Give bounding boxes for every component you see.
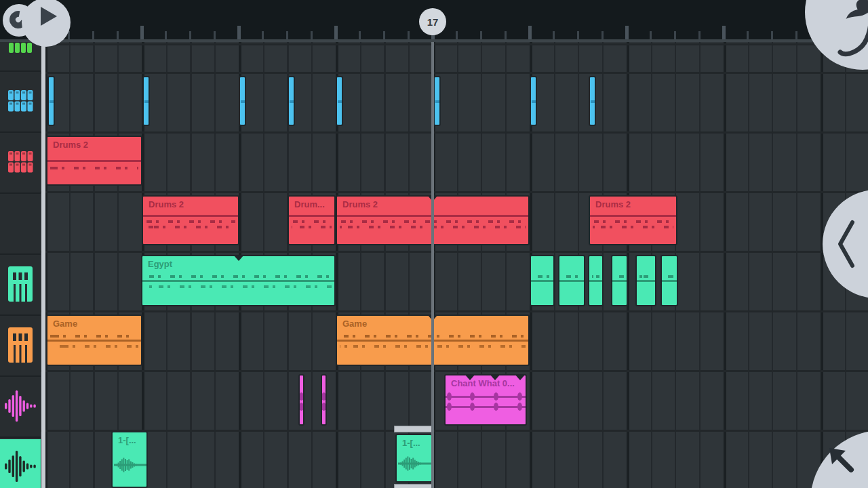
ruler-minor-tick	[650, 31, 652, 39]
ruler-minor-tick	[117, 31, 119, 39]
ruler-major-tick	[528, 26, 532, 39]
sidebar-track-2-button[interactable]	[0, 73, 41, 133]
clip-teal-s3[interactable]	[588, 255, 604, 306]
clip-note-preview	[592, 275, 599, 278]
sidebar-track-8-button[interactable]	[0, 439, 41, 488]
clip-teal-s6[interactable]	[660, 255, 678, 306]
clip-label: Drums 2	[595, 199, 631, 209]
ruler-minor-tick	[480, 31, 482, 39]
ruler-minor-tick	[214, 31, 216, 39]
clip-notch-marker	[515, 374, 526, 380]
clip-note-preview	[146, 220, 235, 223]
sidebar-track-4-button[interactable]	[0, 195, 41, 255]
clip-vocal-t2[interactable]	[321, 374, 327, 426]
jump-to-start-button[interactable]	[810, 430, 868, 488]
clip-audio-2[interactable]: 1-[...	[395, 434, 433, 483]
clip-note-preview	[145, 285, 332, 288]
ruler-minor-tick	[262, 31, 264, 39]
clip-vocal-t1[interactable]	[298, 374, 304, 426]
fl-fruit-logo-icon	[805, 0, 868, 70]
clip-label: Drums 2	[149, 199, 184, 209]
clip-chant[interactable]: Chant What 0...	[444, 374, 527, 426]
ruler-minor-tick	[189, 31, 191, 39]
clip-blue-7[interactable]	[530, 76, 537, 126]
playlist-screen: 17 Drums 2Drums 2Drum...Drums 2Drums 2Eg…	[0, 0, 868, 488]
clip-teal-s2[interactable]	[558, 255, 585, 306]
sidebar-track-5-button[interactable]	[0, 256, 41, 316]
ruler-minor-tick	[601, 31, 604, 39]
clip-note-preview	[50, 335, 138, 338]
clip-blue-6[interactable]	[433, 76, 441, 126]
clip-note-preview	[562, 275, 581, 278]
play-button[interactable]	[22, 0, 71, 47]
clip-label: Drum...	[294, 199, 325, 209]
clip-note-preview	[615, 275, 624, 278]
clip-note-preview	[146, 226, 235, 228]
ruler-minor-tick	[795, 31, 797, 39]
clip-audio-1[interactable]: 1-[...	[111, 431, 148, 488]
waveform-icon	[3, 450, 37, 485]
clip-teal-s1[interactable]	[530, 255, 555, 306]
piano-icon	[8, 327, 33, 365]
clip-blue-1[interactable]	[47, 76, 55, 126]
song-start-marker	[41, 42, 45, 488]
ruler-minor-tick	[698, 31, 701, 39]
ruler-major-tick	[140, 26, 144, 39]
clip-note-preview	[665, 275, 674, 278]
clip-drums2-c[interactable]: Drum...	[288, 195, 336, 245]
clip-game-a[interactable]: Game	[46, 314, 142, 366]
clip-teal-s5[interactable]	[635, 255, 656, 306]
piano-icon	[8, 266, 33, 304]
playhead[interactable]	[431, 34, 434, 488]
clip-blue-5[interactable]	[336, 76, 343, 126]
ruler-major-tick	[334, 26, 338, 39]
clip-blue-2[interactable]	[142, 76, 150, 126]
clip-blue-3[interactable]	[239, 76, 246, 126]
clip-drums2-b[interactable]: Drums 2	[142, 195, 239, 245]
clip-label: Game	[53, 319, 77, 329]
step-sequencer-icon	[7, 89, 34, 115]
clip-label: Chant What 0...	[451, 378, 515, 388]
clip-blue-4[interactable]	[288, 76, 295, 126]
clip-note-preview	[292, 220, 332, 223]
ruler-edge	[0, 39, 868, 42]
sidebar-track-3-button[interactable]	[0, 134, 41, 194]
clip-note-preview	[50, 167, 138, 169]
clip-drums2-a[interactable]: Drums 2	[46, 136, 142, 186]
clip-blue-8[interactable]	[589, 76, 596, 126]
sidebar-track-6-button[interactable]	[0, 317, 41, 377]
ruler-minor-tick	[359, 31, 361, 39]
clip-teal-s4[interactable]	[611, 255, 628, 306]
clip-drums2-e[interactable]: Drums 2	[589, 195, 677, 245]
step-sequencer-icon	[7, 150, 34, 176]
ruler-minor-tick	[553, 31, 555, 39]
ruler-minor-tick	[311, 31, 313, 39]
clip-selection-handle-bottom[interactable]	[394, 484, 434, 488]
ruler-minor-tick	[456, 31, 458, 39]
bar-number-badge[interactable]: 17	[419, 8, 446, 35]
fl-studio-logo-button[interactable]	[805, 0, 868, 70]
track-list	[0, 42, 41, 488]
arrow-up-left-icon	[810, 430, 868, 488]
clip-notch-marker	[490, 374, 500, 380]
sidebar-track-1-button[interactable]	[0, 42, 41, 72]
clip-selection-handle-top[interactable]	[394, 426, 434, 432]
ruler-minor-tick	[92, 31, 94, 39]
ruler-minor-tick	[383, 31, 385, 39]
play-icon	[41, 7, 57, 26]
audio-waveform	[114, 436, 145, 487]
clip-center-handle[interactable]	[233, 255, 244, 261]
chevron-left-icon	[823, 190, 868, 298]
collapse-panel-button[interactable]	[823, 190, 868, 298]
clip-egypt[interactable]: Egypt	[141, 255, 336, 306]
clip-note-preview	[145, 275, 332, 278]
ruler-minor-tick	[674, 31, 676, 39]
ruler-minor-tick	[505, 31, 507, 39]
ruler-major-tick	[237, 26, 241, 39]
clip-label: Drums 2	[342, 199, 378, 209]
ruler-major-tick	[722, 26, 726, 39]
ruler-minor-tick	[747, 31, 749, 39]
clip-label: Egypt	[148, 259, 172, 269]
sidebar-track-7-button[interactable]	[0, 378, 41, 438]
clip-label: Drums 2	[53, 140, 88, 150]
